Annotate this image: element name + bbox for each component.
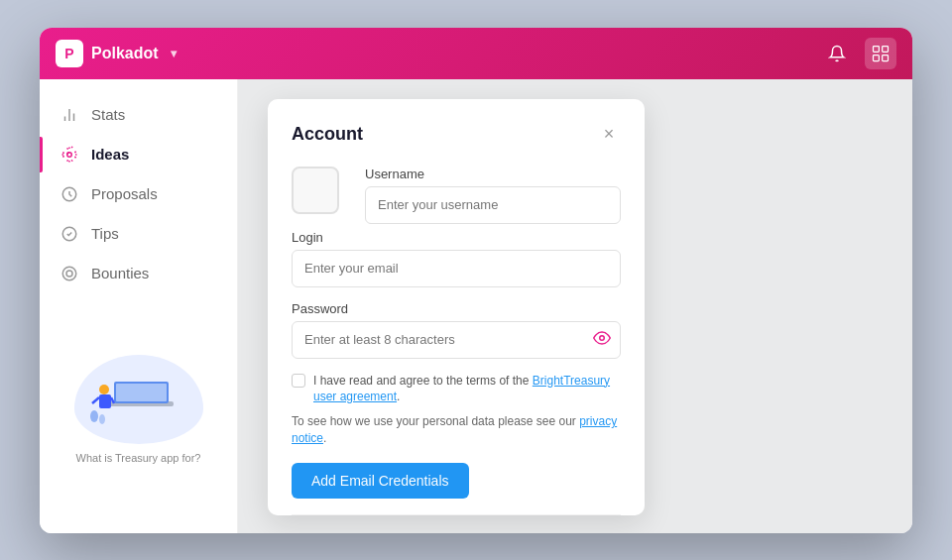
app-logo[interactable]: P Polkadot ▾ (56, 40, 177, 67)
login-group: Login (292, 230, 621, 287)
titlebar-actions (821, 38, 896, 69)
terms-row: I have read and agree to the terms of th… (292, 373, 621, 406)
svg-rect-1 (883, 46, 889, 52)
sidebar-item-tips-label: Tips (91, 225, 119, 242)
svg-point-19 (90, 410, 98, 422)
sidebar-item-stats-label: Stats (91, 106, 125, 123)
stats-icon (60, 105, 79, 125)
sidebar-item-ideas[interactable]: Ideas (40, 135, 237, 174)
sidebar-item-proposals[interactable]: Proposals (40, 174, 237, 214)
proposals-icon (60, 184, 79, 204)
svg-rect-3 (883, 55, 889, 60)
login-label: Login (292, 230, 621, 245)
password-input[interactable] (292, 321, 621, 359)
content-area: Account × Username Login (238, 79, 912, 533)
browser-window: P Polkadot ▾ (40, 28, 912, 533)
password-label: Password (292, 301, 621, 316)
sidebar-nav: Stats Ideas (40, 95, 237, 293)
sidebar-item-bounties-label: Bounties (91, 265, 149, 281)
privacy-text: To see how we use your personal data ple… (292, 413, 621, 447)
sidebar: Stats Ideas (40, 79, 238, 533)
modal-overlay: Account × Username Login (238, 79, 912, 533)
terms-checkbox[interactable] (292, 374, 305, 388)
username-input[interactable] (365, 186, 621, 224)
svg-point-10 (62, 267, 76, 280)
modal-title: Account (292, 124, 363, 145)
svg-point-11 (66, 271, 72, 277)
password-group: Password (292, 301, 621, 359)
bell-icon[interactable] (821, 38, 853, 69)
add-credentials-button[interactable]: Add Email Credentials (292, 463, 469, 499)
sidebar-item-bounties[interactable]: Bounties (40, 254, 237, 293)
app-name: Polkadot (91, 45, 159, 62)
svg-point-21 (600, 335, 605, 340)
ideas-icon (60, 145, 79, 165)
login-input[interactable] (292, 250, 621, 287)
logo-icon: P (56, 40, 83, 67)
password-wrapper (292, 321, 621, 359)
username-label: Username (365, 167, 621, 181)
user-avatar-placeholder (292, 167, 339, 214)
section-divider (292, 514, 621, 515)
svg-line-17 (92, 397, 99, 403)
password-toggle-icon[interactable] (593, 329, 611, 351)
sidebar-item-tips[interactable]: Tips (40, 214, 237, 254)
app-dropdown[interactable]: ▾ (171, 47, 177, 60)
svg-point-20 (99, 414, 105, 424)
tips-icon (60, 224, 79, 244)
main-content: Stats Ideas (40, 79, 912, 533)
sidebar-item-ideas-label: Ideas (91, 146, 129, 163)
titlebar: P Polkadot ▾ (40, 28, 912, 79)
illustration-circle (74, 355, 203, 444)
username-row: Username (292, 167, 621, 230)
modal-header: Account × (292, 123, 621, 147)
svg-rect-16 (99, 394, 111, 408)
bounties-icon (60, 264, 79, 283)
svg-rect-2 (874, 55, 880, 60)
svg-rect-0 (874, 46, 880, 52)
sidebar-caption: What is Treasury app for? (76, 452, 201, 464)
modal-close-button[interactable]: × (597, 123, 621, 147)
svg-point-15 (99, 385, 109, 394)
sidebar-item-proposals-label: Proposals (91, 185, 158, 202)
sidebar-item-stats[interactable]: Stats (40, 95, 237, 135)
terms-text: I have read and agree to the terms of th… (313, 373, 621, 406)
sidebar-illustration: What is Treasury app for? (40, 345, 237, 474)
username-field-wrapper: Username (365, 167, 621, 224)
account-modal: Account × Username Login (268, 99, 645, 515)
svg-rect-14 (116, 384, 167, 401)
avatar-icon[interactable] (865, 38, 896, 69)
